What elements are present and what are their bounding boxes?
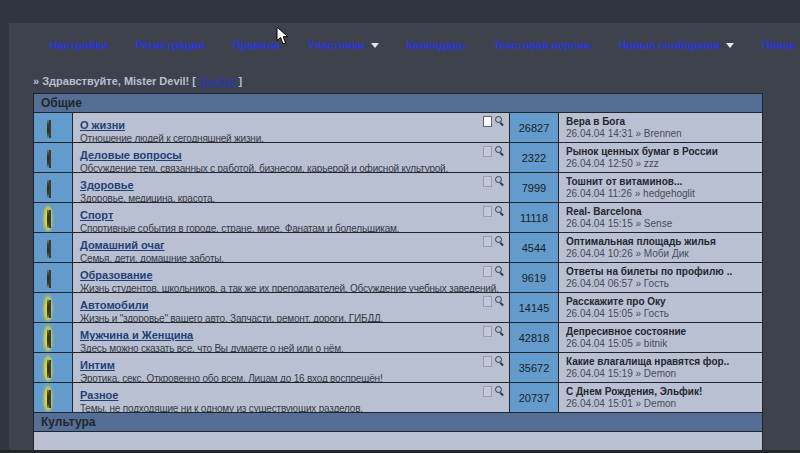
forum-description: Здоровье, медицина, красота. bbox=[80, 193, 485, 202]
last-post-meta: 26.04.04 06:57 » Гость bbox=[566, 278, 758, 290]
search-forum-icon[interactable] bbox=[495, 296, 505, 306]
search-forum-icon[interactable] bbox=[495, 116, 505, 126]
nav-item-4[interactable]: Календарь bbox=[407, 39, 466, 51]
forum-description: Отношение людей к сегодняшней жизни. bbox=[80, 133, 485, 142]
bulb-base bbox=[49, 330, 51, 348]
new-posts-icon[interactable] bbox=[483, 176, 492, 187]
forum-link[interactable]: О жизни bbox=[80, 119, 125, 132]
forum-link[interactable]: Домашний очаг bbox=[80, 239, 165, 252]
forum-link[interactable]: Здоровье bbox=[80, 179, 134, 192]
nav-item-2[interactable]: Правила bbox=[233, 39, 280, 51]
forum-name-cell: Домашний очагСемья, дети, домашние забот… bbox=[73, 233, 510, 262]
section-empty-row bbox=[34, 432, 762, 451]
forum-name-cell: Мужчина и ЖенщинаЗдесь можно сказать все… bbox=[73, 323, 510, 352]
new-posts-icon[interactable] bbox=[483, 266, 492, 277]
new-posts-icon[interactable] bbox=[483, 326, 492, 337]
forum-status-cell bbox=[34, 203, 73, 232]
last-post-cell: Рынок ценных бумаг в России26.04.04 12:5… bbox=[559, 143, 762, 172]
new-posts-icon[interactable] bbox=[483, 386, 492, 397]
forum-link[interactable]: Деловые вопросы bbox=[80, 149, 182, 162]
search-forum-icon[interactable] bbox=[495, 326, 505, 336]
greeting-text: Здравствуйте, Mister Devil! bbox=[42, 75, 189, 87]
nav-item-6[interactable]: Новые сообщения bbox=[619, 39, 735, 51]
forum-name-cell: ЗдоровьеЗдоровье, медицина, красота. bbox=[73, 173, 510, 202]
post-count: 9619 bbox=[510, 263, 559, 292]
lightbulb-off-icon bbox=[47, 240, 60, 255]
forum-name-cell: Деловые вопросыОбсуждение тем, связанных… bbox=[73, 143, 510, 172]
lightbulb-on-icon bbox=[47, 210, 60, 225]
logout-link[interactable]: Выйти bbox=[199, 75, 235, 87]
section-header-1[interactable]: Культура bbox=[34, 413, 762, 432]
forum-row: ЗдоровьеЗдоровье, медицина, красота.7999… bbox=[34, 173, 762, 203]
post-count: 20737 bbox=[510, 383, 559, 412]
forum-link[interactable]: Спорт bbox=[80, 209, 113, 222]
last-post-cell: Оптимальная площадь жилья26.04.04 10:26 … bbox=[559, 233, 762, 262]
forum-row: АвтомобилиЖизнь и "здоровье" вашего авто… bbox=[34, 293, 762, 323]
bracket-open: [ bbox=[192, 75, 196, 87]
forum-tools bbox=[483, 296, 505, 307]
left-strip bbox=[0, 0, 9, 453]
forum-link[interactable]: Автомобили bbox=[80, 299, 148, 312]
greeting: » Здравствуйте, Mister Devil! [ Выйти ] bbox=[33, 75, 242, 87]
forum-row: Деловые вопросыОбсуждение тем, связанных… bbox=[34, 143, 762, 173]
last-post-cell: Расскажите про Оку26.04.04 15:05 » Гость bbox=[559, 293, 762, 322]
bulb-base bbox=[49, 120, 51, 138]
post-count: 35672 bbox=[510, 353, 559, 382]
forum-row: ИнтимЭротика, секс. Откровенно обо всем.… bbox=[34, 353, 762, 383]
nav-item-3[interactable]: Участники bbox=[308, 39, 379, 51]
post-count: 42818 bbox=[510, 323, 559, 352]
forum-link[interactable]: Мужчина и Женщина bbox=[80, 329, 193, 342]
post-count: 26827 bbox=[510, 113, 559, 142]
last-post-meta: 26.04.04 11:26 » hedgehoglit bbox=[566, 188, 758, 200]
search-forum-icon[interactable] bbox=[495, 206, 505, 216]
forum-name-cell: АвтомобилиЖизнь и "здоровье" вашего авто… bbox=[73, 293, 510, 322]
forum-tools bbox=[483, 236, 505, 247]
nav-item-5[interactable]: Текстовая версия bbox=[494, 39, 591, 51]
nav-item-label: Правила bbox=[233, 39, 280, 51]
search-forum-icon[interactable] bbox=[495, 146, 505, 156]
new-posts-icon[interactable] bbox=[483, 356, 492, 367]
search-forum-icon[interactable] bbox=[495, 176, 505, 186]
post-count: 14145 bbox=[510, 293, 559, 322]
nav-item-0[interactable]: Настройки bbox=[50, 39, 108, 51]
new-posts-icon[interactable] bbox=[483, 206, 492, 217]
chevron-down-icon bbox=[726, 43, 734, 48]
forum-description: Жизнь и "здоровье" вашего авто. Запчасти… bbox=[80, 313, 485, 322]
forum-link[interactable]: Интим bbox=[80, 359, 115, 372]
new-posts-icon[interactable] bbox=[483, 146, 492, 157]
new-posts-icon[interactable] bbox=[483, 116, 492, 127]
post-count: 4544 bbox=[510, 233, 559, 262]
bulb-base bbox=[49, 360, 51, 378]
forum-description: Здесь можно сказать все, что Вы думаете … bbox=[80, 343, 485, 352]
nav-item-1[interactable]: Регистрация bbox=[136, 39, 205, 51]
search-forum-icon[interactable] bbox=[495, 386, 505, 396]
forum-tools bbox=[483, 176, 505, 187]
nav-item-label: Поиск bbox=[762, 39, 795, 51]
last-post-title: Real- Barcelona bbox=[566, 205, 758, 218]
search-forum-icon[interactable] bbox=[495, 236, 505, 246]
post-count: 2322 bbox=[510, 143, 559, 172]
new-posts-icon[interactable] bbox=[483, 236, 492, 247]
forum-name-cell: СпортСпортивные события в городе, стране… bbox=[73, 203, 510, 232]
forum-description: Семья, дети, домашние заботы. bbox=[80, 253, 485, 262]
forum-row: Мужчина и ЖенщинаЗдесь можно сказать все… bbox=[34, 323, 762, 353]
lightbulb-off-icon bbox=[47, 180, 60, 195]
search-forum-icon[interactable] bbox=[495, 356, 505, 366]
nav-item-7[interactable]: Поиск bbox=[762, 39, 800, 51]
bulb-base bbox=[49, 270, 51, 288]
nav-item-label: Участники bbox=[308, 39, 365, 51]
last-post-title: Расскажите про Оку bbox=[566, 295, 758, 308]
bulb-base bbox=[49, 210, 51, 228]
forum-link[interactable]: Разное bbox=[80, 389, 118, 402]
forum-name-cell: ИнтимЭротика, секс. Откровенно обо всем.… bbox=[73, 353, 510, 382]
nav-item-label: Новые сообщения bbox=[619, 39, 721, 51]
forum-tools bbox=[483, 326, 505, 337]
forum-description: Темы, не подходящие ни к одному из сущес… bbox=[80, 403, 485, 412]
section-header-0[interactable]: Общие bbox=[34, 94, 762, 113]
forum-tools bbox=[483, 206, 505, 217]
last-post-meta: 26.04.04 10:26 » Моби Дик bbox=[566, 248, 758, 260]
search-forum-icon[interactable] bbox=[495, 266, 505, 276]
forum-link[interactable]: Образование bbox=[80, 269, 153, 282]
lightbulb-on-icon bbox=[47, 300, 60, 315]
new-posts-icon[interactable] bbox=[483, 296, 492, 307]
